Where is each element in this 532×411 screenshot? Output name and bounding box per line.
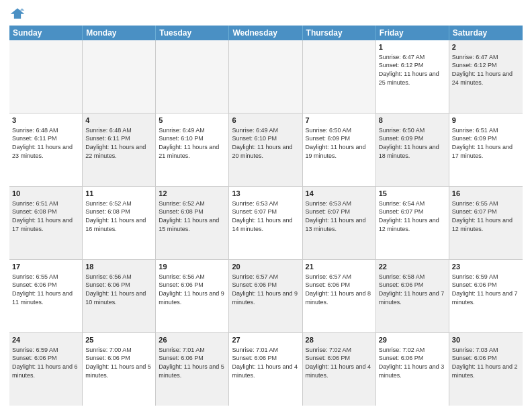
day-number: 5 <box>159 116 226 126</box>
day-number: 17 <box>12 262 79 272</box>
cell-details: Sunrise: 6:57 AM Sunset: 6:06 PM Dayligh… <box>232 273 299 306</box>
cal-cell-4-5: 29Sunrise: 7:02 AM Sunset: 6:06 PM Dayli… <box>376 333 449 406</box>
calendar-body: 1Sunrise: 6:47 AM Sunset: 6:12 PM Daylig… <box>9 40 523 406</box>
cell-details: Sunrise: 6:50 AM Sunset: 6:09 PM Dayligh… <box>306 126 373 160</box>
day-number: 25 <box>85 335 152 345</box>
cal-cell-2-3: 13Sunrise: 6:53 AM Sunset: 6:07 PM Dayli… <box>229 187 302 259</box>
logo-icon <box>9 7 26 20</box>
cal-row-3: 17Sunrise: 6:55 AM Sunset: 6:06 PM Dayli… <box>9 260 523 333</box>
cal-cell-2-5: 15Sunrise: 6:54 AM Sunset: 6:07 PM Dayli… <box>376 187 449 259</box>
top-header <box>9 7 523 20</box>
header-cell-wednesday: Wednesday <box>229 26 302 40</box>
cell-details: Sunrise: 7:00 AM Sunset: 6:06 PM Dayligh… <box>85 346 152 379</box>
cell-details: Sunrise: 6:55 AM Sunset: 6:07 PM Dayligh… <box>452 199 520 233</box>
day-number: 2 <box>452 42 520 52</box>
cal-cell-4-4: 28Sunrise: 7:02 AM Sunset: 6:06 PM Dayli… <box>303 333 376 406</box>
header-cell-sunday: Sunday <box>9 26 83 40</box>
cal-cell-1-0: 3Sunrise: 6:48 AM Sunset: 6:11 PM Daylig… <box>9 113 83 186</box>
cell-details: Sunrise: 6:51 AM Sunset: 6:09 PM Dayligh… <box>452 126 520 160</box>
cal-cell-4-2: 26Sunrise: 7:01 AM Sunset: 6:06 PM Dayli… <box>156 333 229 406</box>
cal-cell-0-4 <box>303 40 376 113</box>
cal-cell-1-1: 4Sunrise: 6:48 AM Sunset: 6:11 PM Daylig… <box>83 113 156 186</box>
header-cell-monday: Monday <box>83 26 156 40</box>
day-number: 27 <box>232 335 299 345</box>
cal-cell-4-3: 27Sunrise: 7:01 AM Sunset: 6:06 PM Dayli… <box>229 333 302 406</box>
day-number: 20 <box>232 262 299 272</box>
day-number: 21 <box>306 262 373 272</box>
header-cell-friday: Friday <box>376 26 449 40</box>
cal-cell-0-0 <box>9 40 83 113</box>
day-number: 19 <box>159 262 226 272</box>
calendar: SundayMondayTuesdayWednesdayThursdayFrid… <box>9 26 523 406</box>
cal-cell-3-3: 20Sunrise: 6:57 AM Sunset: 6:06 PM Dayli… <box>229 260 302 332</box>
cell-details: Sunrise: 7:01 AM Sunset: 6:06 PM Dayligh… <box>159 346 226 379</box>
cal-row-4: 24Sunrise: 6:59 AM Sunset: 6:06 PM Dayli… <box>9 333 523 406</box>
cal-cell-3-4: 21Sunrise: 6:57 AM Sunset: 6:06 PM Dayli… <box>303 260 376 332</box>
cal-row-1: 3Sunrise: 6:48 AM Sunset: 6:11 PM Daylig… <box>9 113 523 187</box>
day-number: 8 <box>379 116 446 126</box>
cal-row-0: 1Sunrise: 6:47 AM Sunset: 6:12 PM Daylig… <box>9 40 523 113</box>
cell-details: Sunrise: 6:53 AM Sunset: 6:07 PM Dayligh… <box>232 199 299 233</box>
cal-cell-3-6: 23Sunrise: 6:59 AM Sunset: 6:06 PM Dayli… <box>449 260 523 332</box>
cell-details: Sunrise: 7:01 AM Sunset: 6:06 PM Dayligh… <box>232 346 299 379</box>
cal-cell-0-5: 1Sunrise: 6:47 AM Sunset: 6:12 PM Daylig… <box>376 40 449 113</box>
cal-cell-3-1: 18Sunrise: 6:56 AM Sunset: 6:06 PM Dayli… <box>83 260 156 332</box>
page: SundayMondayTuesdayWednesdayThursdayFrid… <box>0 0 532 411</box>
cell-details: Sunrise: 6:53 AM Sunset: 6:07 PM Dayligh… <box>306 199 373 233</box>
cal-cell-2-4: 14Sunrise: 6:53 AM Sunset: 6:07 PM Dayli… <box>303 187 376 259</box>
cal-cell-3-0: 17Sunrise: 6:55 AM Sunset: 6:06 PM Dayli… <box>9 260 83 332</box>
cell-details: Sunrise: 7:03 AM Sunset: 6:06 PM Dayligh… <box>452 346 520 379</box>
cell-details: Sunrise: 6:58 AM Sunset: 6:06 PM Dayligh… <box>379 273 446 306</box>
day-number: 22 <box>379 262 446 272</box>
cal-row-2: 10Sunrise: 6:51 AM Sunset: 6:08 PM Dayli… <box>9 187 523 260</box>
day-number: 23 <box>452 262 520 272</box>
cal-cell-0-1 <box>83 40 156 113</box>
day-number: 1 <box>379 42 446 52</box>
day-number: 13 <box>232 189 299 199</box>
header-cell-saturday: Saturday <box>449 26 523 40</box>
day-number: 14 <box>306 189 373 199</box>
cell-details: Sunrise: 6:56 AM Sunset: 6:06 PM Dayligh… <box>85 273 152 306</box>
cell-details: Sunrise: 6:48 AM Sunset: 6:11 PM Dayligh… <box>12 126 79 160</box>
cell-details: Sunrise: 6:51 AM Sunset: 6:08 PM Dayligh… <box>12 199 79 233</box>
cal-cell-1-4: 7Sunrise: 6:50 AM Sunset: 6:09 PM Daylig… <box>303 113 376 186</box>
day-number: 4 <box>85 116 152 126</box>
cal-cell-1-2: 5Sunrise: 6:49 AM Sunset: 6:10 PM Daylig… <box>156 113 229 186</box>
day-number: 10 <box>12 189 79 199</box>
cell-details: Sunrise: 7:02 AM Sunset: 6:06 PM Dayligh… <box>306 346 373 379</box>
cal-cell-2-6: 16Sunrise: 6:55 AM Sunset: 6:07 PM Dayli… <box>449 187 523 259</box>
cal-cell-0-3 <box>229 40 302 113</box>
day-number: 16 <box>452 189 520 199</box>
cell-details: Sunrise: 6:50 AM Sunset: 6:09 PM Dayligh… <box>379 126 446 160</box>
cal-cell-1-5: 8Sunrise: 6:50 AM Sunset: 6:09 PM Daylig… <box>376 113 449 186</box>
day-number: 30 <box>452 335 520 345</box>
day-number: 18 <box>85 262 152 272</box>
header-cell-thursday: Thursday <box>303 26 376 40</box>
cell-details: Sunrise: 6:55 AM Sunset: 6:06 PM Dayligh… <box>12 273 79 306</box>
cell-details: Sunrise: 6:54 AM Sunset: 6:07 PM Dayligh… <box>379 199 446 233</box>
cal-cell-0-2 <box>156 40 229 113</box>
header-cell-tuesday: Tuesday <box>156 26 229 40</box>
cal-cell-2-1: 11Sunrise: 6:52 AM Sunset: 6:08 PM Dayli… <box>83 187 156 259</box>
day-number: 29 <box>379 335 446 345</box>
day-number: 15 <box>379 189 446 199</box>
cal-cell-2-2: 12Sunrise: 6:52 AM Sunset: 6:08 PM Dayli… <box>156 187 229 259</box>
day-number: 3 <box>12 116 79 126</box>
cell-details: Sunrise: 6:52 AM Sunset: 6:08 PM Dayligh… <box>85 199 152 233</box>
cell-details: Sunrise: 6:49 AM Sunset: 6:10 PM Dayligh… <box>232 126 299 160</box>
cell-details: Sunrise: 6:48 AM Sunset: 6:11 PM Dayligh… <box>85 126 152 160</box>
cell-details: Sunrise: 7:02 AM Sunset: 6:06 PM Dayligh… <box>379 346 446 379</box>
cell-details: Sunrise: 6:59 AM Sunset: 6:06 PM Dayligh… <box>12 346 79 379</box>
day-number: 7 <box>306 116 373 126</box>
cal-cell-3-2: 19Sunrise: 6:56 AM Sunset: 6:06 PM Dayli… <box>156 260 229 332</box>
day-number: 6 <box>232 116 299 126</box>
cal-cell-1-6: 9Sunrise: 6:51 AM Sunset: 6:09 PM Daylig… <box>449 113 523 186</box>
cell-details: Sunrise: 6:56 AM Sunset: 6:06 PM Dayligh… <box>159 273 226 306</box>
cell-details: Sunrise: 6:47 AM Sunset: 6:12 PM Dayligh… <box>452 53 520 87</box>
logo <box>9 7 28 20</box>
cal-cell-4-0: 24Sunrise: 6:59 AM Sunset: 6:06 PM Dayli… <box>9 333 83 406</box>
cal-cell-2-0: 10Sunrise: 6:51 AM Sunset: 6:08 PM Dayli… <box>9 187 83 259</box>
calendar-header: SundayMondayTuesdayWednesdayThursdayFrid… <box>9 26 523 40</box>
cal-cell-3-5: 22Sunrise: 6:58 AM Sunset: 6:06 PM Dayli… <box>376 260 449 332</box>
cal-cell-0-6: 2Sunrise: 6:47 AM Sunset: 6:12 PM Daylig… <box>449 40 523 113</box>
